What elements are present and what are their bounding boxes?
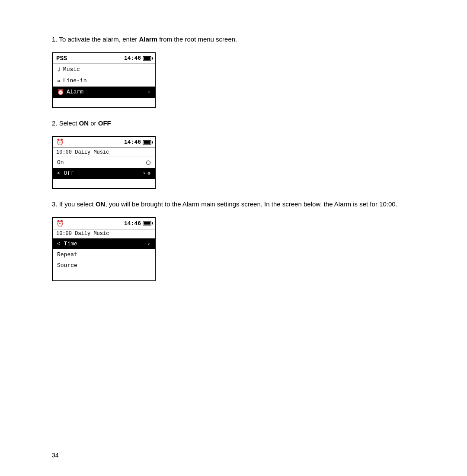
off-selected-indicator: › ⊕ bbox=[143, 170, 150, 177]
battery-icon3 bbox=[143, 221, 151, 225]
screen2-empty bbox=[53, 179, 155, 188]
screen3-item1-arrow: › bbox=[147, 241, 150, 247]
screen1: PSS 14:46 ♩ Music ⇒ Line-in ⏰ Alarm › bbox=[52, 52, 156, 108]
arrow-right-indicator: › bbox=[143, 170, 146, 177]
screen1-time-battery: 14:46 bbox=[124, 55, 151, 61]
screen1-item-alarm: ⏰ Alarm › bbox=[53, 87, 155, 98]
step2-pre: 2. Select bbox=[52, 119, 79, 127]
step1-instruction: 1. To activate the alarm, enter Alarm fr… bbox=[52, 35, 415, 45]
step1-post: from the root menu screen. bbox=[157, 35, 237, 43]
screen2-title: ⏰ bbox=[56, 138, 64, 146]
step2-instruction: 2. Select ON or OFF bbox=[52, 119, 415, 129]
page-number: 34 bbox=[52, 452, 59, 459]
music-icon: ♩ bbox=[57, 66, 61, 73]
step1-pre: 1. To activate the alarm, enter bbox=[52, 35, 139, 43]
screen2-item2-label: < Off bbox=[57, 170, 74, 177]
screen3-time: 14:46 bbox=[124, 220, 141, 227]
screen3-item-time: < Time › bbox=[53, 238, 155, 249]
screen1-item-music: ♩ Music bbox=[53, 64, 155, 75]
screen2-item1-label: On bbox=[57, 159, 64, 166]
screen1-item3-label: Alarm bbox=[67, 89, 83, 95]
screen3-item1-label: < Time bbox=[57, 241, 77, 247]
screen3-header: ⏰ 14:46 bbox=[53, 218, 155, 229]
screen2: ⏰ 14:46 10:00 Daily Music On < Off › ⊕ bbox=[52, 136, 156, 189]
page-content: 1. To activate the alarm, enter Alarm fr… bbox=[52, 35, 415, 281]
screen2-item-on: On bbox=[53, 157, 155, 168]
screen2-time: 14:46 bbox=[124, 139, 141, 145]
step2-bold1: ON bbox=[79, 119, 89, 127]
screen3-item-source: Source bbox=[53, 260, 155, 271]
step3-pre: 3. If you select bbox=[52, 200, 96, 208]
battery-icon bbox=[143, 56, 151, 61]
linein-icon: ⇒ bbox=[57, 77, 61, 84]
screen1-item3-arrow: › bbox=[147, 89, 150, 95]
screen1-header: PSS 14:46 bbox=[53, 53, 155, 64]
step3-instruction: 3. If you select ON, you will be brought… bbox=[52, 199, 415, 209]
screen3-time-battery: 14:46 bbox=[124, 220, 151, 227]
screen3: ⏰ 14:46 10:00 Daily Music < Time › Repea… bbox=[52, 217, 156, 281]
screen3-item-repeat: Repeat bbox=[53, 249, 155, 260]
on-radio bbox=[146, 161, 150, 165]
screen3-item2-label: Repeat bbox=[57, 251, 77, 258]
screen3-title: ⏰ bbox=[56, 220, 64, 227]
step3-post: , you will be brought to the Alarm main … bbox=[105, 200, 397, 208]
screen1-title: PSS bbox=[56, 55, 67, 62]
screen2-subheader: 10:00 Daily Music bbox=[53, 148, 155, 157]
screen3-item3-label: Source bbox=[57, 262, 77, 269]
battery-icon2 bbox=[143, 140, 151, 145]
step1-bold: Alarm bbox=[139, 35, 158, 43]
step3-bold: ON bbox=[96, 200, 106, 208]
screen3-subheader: 10:00 Daily Music bbox=[53, 229, 155, 238]
screen2-time-battery: 14:46 bbox=[124, 139, 151, 145]
alarm-icon: ⏰ bbox=[57, 89, 64, 96]
screen2-header: ⏰ 14:46 bbox=[53, 137, 155, 148]
screen1-empty bbox=[53, 98, 155, 107]
screen1-item2-label: Line-in bbox=[63, 77, 87, 84]
screen3-empty bbox=[53, 271, 155, 280]
settings-icon: ⊕ bbox=[147, 170, 150, 176]
screen1-time: 14:46 bbox=[124, 55, 141, 61]
step2-bold2: OFF bbox=[98, 119, 111, 127]
screen1-item1-label: Music bbox=[63, 66, 80, 73]
step2-mid: or bbox=[89, 119, 98, 127]
screen2-item-off: < Off › ⊕ bbox=[53, 168, 155, 179]
screen1-item-linein: ⇒ Line-in bbox=[53, 75, 155, 87]
